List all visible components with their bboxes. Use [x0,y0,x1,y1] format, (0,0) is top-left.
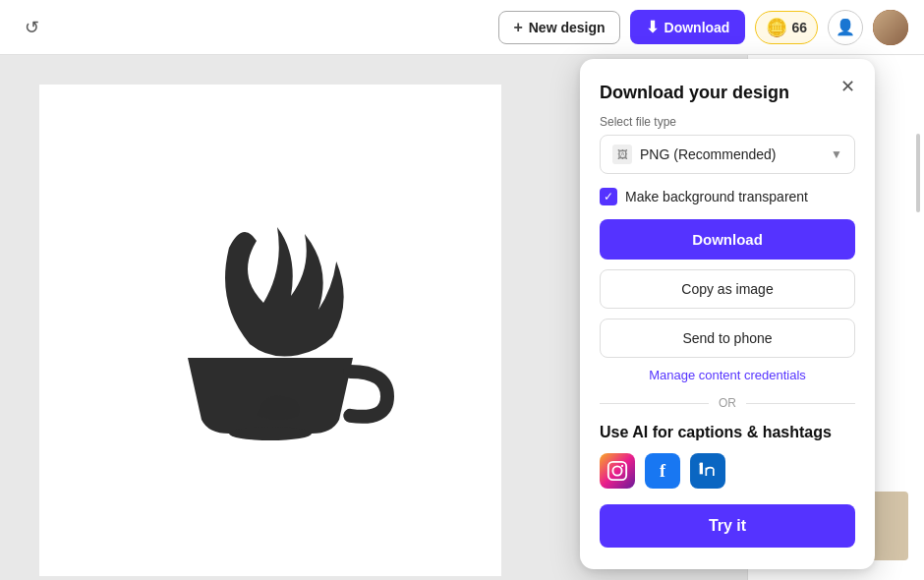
svg-point-2 [612,466,621,475]
share-button[interactable]: 👤 [828,10,863,45]
svg-point-0 [229,427,312,440]
modal-download-label: Download [692,231,763,248]
try-it-button[interactable]: Try it [600,504,855,548]
send-phone-button[interactable]: Send to phone [600,319,855,358]
download-modal: ✕ Download your design Select file type … [580,59,875,569]
modal-title: Download your design [600,83,855,103]
modal-close-button[interactable]: ✕ [834,73,861,100]
credits-count: 66 [791,20,807,35]
credits-badge[interactable]: 🪙 66 [755,11,818,44]
facebook-f: f [660,461,665,482]
file-type-value: PNG (Recommended) [640,146,777,162]
divider-line-left [600,403,709,404]
download-icon: ⬇ [646,18,659,36]
or-text: OR [719,396,736,410]
try-it-label: Try it [709,517,746,534]
avatar[interactable] [873,10,908,45]
select-left: 🖼 PNG (Recommended) [612,145,777,164]
chevron-down-icon: ▼ [831,147,842,161]
file-type-label: Select file type [600,115,855,129]
ai-section-title: Use AI for captions & hashtags [600,424,855,441]
facebook-icon[interactable]: f [645,453,680,489]
modal-download-button[interactable]: Download [600,219,855,260]
linkedin-icon[interactable] [690,453,725,489]
or-divider: OR [600,396,855,410]
design-logo [133,193,408,468]
coin-icon: 🪙 [766,17,787,38]
plus-icon: + [513,19,522,36]
avatar-image [873,10,908,45]
copy-image-label: Copy as image [681,281,773,297]
file-type-select[interactable]: 🖼 PNG (Recommended) ▼ [600,135,855,174]
manage-credentials-link[interactable]: Manage content credentials [600,368,855,382]
svg-rect-1 [608,462,626,480]
new-design-button[interactable]: + New design [498,11,619,44]
share-icon: 👤 [836,18,855,36]
refresh-icon[interactable]: ↺ [16,12,47,43]
divider-line-right [746,403,855,404]
check-icon: ✓ [604,190,613,203]
bg-transparent-checkbox[interactable]: ✓ [600,188,617,205]
topbar: ↺ + New design ⬇ Download 🪙 66 👤 [0,0,924,55]
bg-transparent-label: Make background transparent [625,189,808,204]
svg-point-3 [621,465,623,467]
new-design-label: New design [529,20,606,35]
instagram-icon[interactable] [600,453,635,489]
social-icons-row: f [600,453,855,489]
send-phone-label: Send to phone [682,330,772,346]
svg-point-5 [700,463,703,466]
image-format-icon: 🖼 [612,145,632,164]
top-download-button[interactable]: ⬇ Download [630,10,746,44]
copy-image-button[interactable]: Copy as image [600,269,855,309]
canvas-white [39,85,501,576]
scrollbar[interactable] [916,134,920,212]
top-download-label: Download [664,20,730,35]
bg-transparent-row: ✓ Make background transparent [600,188,855,205]
